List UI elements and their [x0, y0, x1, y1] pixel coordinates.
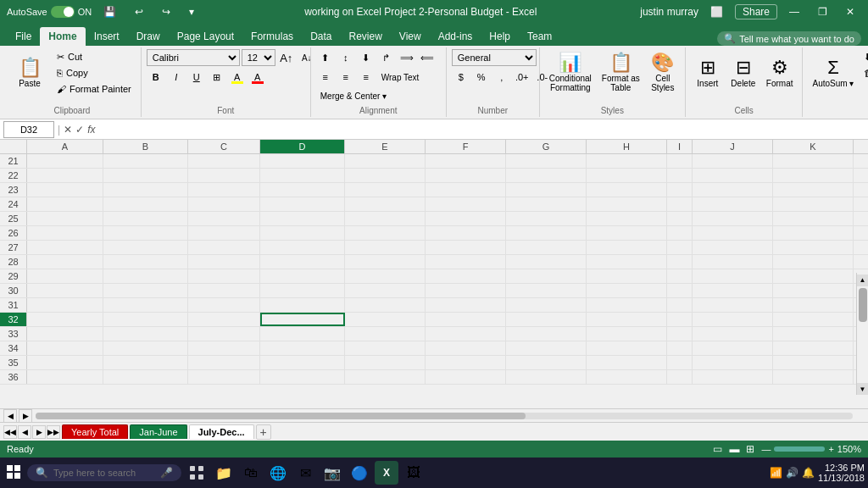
cell-k30[interactable] — [773, 284, 854, 297]
row-header-36[interactable]: 36 — [0, 370, 27, 384]
cell-b29[interactable] — [103, 269, 188, 283]
cell-h30[interactable] — [587, 284, 667, 297]
cell-a23[interactable] — [27, 183, 103, 197]
col-header-h[interactable]: H — [587, 140, 667, 153]
cell-a33[interactable] — [27, 327, 103, 341]
cell-k32[interactable] — [773, 313, 854, 326]
align-bottom-button[interactable]: ⬇ — [357, 49, 376, 66]
font-size-select[interactable]: 12 — [242, 49, 275, 66]
cell-e21[interactable] — [345, 154, 426, 168]
ribbon-search-placeholder[interactable]: Tell me what you want to do — [739, 34, 854, 44]
speaker-icon[interactable]: 🔊 — [786, 467, 798, 479]
cell-f22[interactable] — [426, 169, 506, 182]
align-right-button[interactable]: ≡ — [357, 69, 376, 86]
zoom-slider[interactable] — [774, 446, 825, 452]
cell-c24[interactable] — [188, 197, 260, 211]
page-layout-icon[interactable]: ▬ — [729, 443, 739, 455]
cell-i24[interactable] — [667, 197, 693, 211]
cell-a25[interactable] — [27, 212, 103, 225]
merge-center-button[interactable]: Merge & Center ▾ — [316, 88, 391, 103]
cell-h21[interactable] — [587, 154, 667, 168]
cell-a30[interactable] — [27, 284, 103, 297]
sheet-scroll-next[interactable]: ▶ — [32, 425, 46, 439]
align-top-button[interactable]: ⬆ — [316, 49, 335, 66]
cell-f35[interactable] — [426, 356, 506, 369]
ribbon-display-button[interactable]: ⬜ — [704, 4, 730, 19]
undo-button[interactable]: ↩ — [128, 4, 150, 19]
cell-k22[interactable] — [773, 169, 854, 182]
cell-b34[interactable] — [103, 341, 188, 355]
autosave-toggle[interactable] — [51, 6, 75, 18]
comma-button[interactable]: , — [492, 69, 511, 86]
cell-b28[interactable] — [103, 255, 188, 269]
col-header-d[interactable]: D — [260, 140, 345, 153]
camera-button[interactable]: 📷 — [320, 461, 344, 485]
cell-k24[interactable] — [773, 197, 854, 211]
task-view-button[interactable] — [185, 461, 209, 485]
notification-icon[interactable]: 🔔 — [802, 467, 815, 479]
cell-a29[interactable] — [27, 269, 103, 283]
excel-button[interactable]: X — [375, 461, 398, 485]
cell-j34[interactable] — [693, 341, 773, 355]
cell-i32[interactable] — [667, 313, 693, 326]
cell-f32[interactable] — [426, 313, 506, 326]
cell-e26[interactable] — [345, 226, 426, 240]
scroll-up-button[interactable]: ▲ — [857, 274, 868, 286]
cell-i33[interactable] — [667, 327, 693, 341]
indent-increase-button[interactable]: ⟹ — [398, 49, 416, 66]
cell-g28[interactable] — [506, 255, 587, 269]
tab-page-layout[interactable]: Page Layout — [169, 27, 242, 46]
cell-d26[interactable] — [260, 226, 345, 240]
bold-button[interactable]: B — [147, 69, 165, 86]
cell-j32[interactable] — [693, 313, 773, 326]
sheet-tab-yearly-total[interactable]: Yearly Total — [62, 424, 128, 439]
col-header-f[interactable]: F — [426, 140, 506, 153]
cell-d25[interactable] — [260, 212, 345, 225]
cell-d30[interactable] — [260, 284, 345, 297]
scroll-right-button[interactable]: ▶ — [19, 409, 32, 423]
cell-i26[interactable] — [667, 226, 693, 240]
cell-c32[interactable] — [188, 313, 260, 326]
cell-g34[interactable] — [506, 341, 587, 355]
col-header-a[interactable]: A — [27, 140, 103, 153]
cell-l27[interactable] — [854, 241, 868, 254]
col-header-b[interactable]: B — [103, 140, 188, 153]
cell-a32[interactable] — [27, 313, 103, 326]
row-header-29[interactable]: 29 — [0, 269, 27, 283]
tab-view[interactable]: View — [391, 27, 430, 46]
row-header-24[interactable]: 24 — [0, 197, 27, 211]
cell-a26[interactable] — [27, 226, 103, 240]
clear-button[interactable]: 🗑 Clear ▾ — [860, 65, 868, 80]
cell-d21[interactable] — [260, 154, 345, 168]
sheet-scroll-last[interactable]: ▶▶ — [47, 425, 60, 439]
cell-b21[interactable] — [103, 154, 188, 168]
cell-f29[interactable] — [426, 269, 506, 283]
col-header-j[interactable]: J — [693, 140, 773, 153]
col-header-e[interactable]: E — [345, 140, 426, 153]
cell-f36[interactable] — [426, 370, 506, 384]
horizontal-scrollbar-thumb[interactable] — [36, 413, 526, 419]
cell-i25[interactable] — [667, 212, 693, 225]
cell-f27[interactable] — [426, 241, 506, 254]
cell-f31[interactable] — [426, 298, 506, 312]
cell-k26[interactable] — [773, 226, 854, 240]
edge-button[interactable]: 🌐 — [266, 461, 290, 485]
cell-g22[interactable] — [506, 169, 587, 182]
customize-qat-button[interactable]: ▾ — [182, 4, 201, 19]
cell-l25[interactable] — [854, 212, 868, 225]
accounting-button[interactable]: $ — [452, 69, 470, 86]
cell-c22[interactable] — [188, 169, 260, 182]
cell-d31[interactable] — [260, 298, 345, 312]
cell-e32[interactable] — [345, 313, 426, 326]
tab-addins[interactable]: Add-ins — [430, 27, 481, 46]
redo-button[interactable]: ↪ — [155, 4, 177, 19]
cell-g21[interactable] — [506, 154, 587, 168]
enter-icon[interactable]: ✓ — [75, 124, 84, 136]
cell-l22[interactable] — [854, 169, 868, 182]
cell-g36[interactable] — [506, 370, 587, 384]
cell-e35[interactable] — [345, 356, 426, 369]
cell-c31[interactable] — [188, 298, 260, 312]
mail-button[interactable]: ✉ — [293, 461, 317, 485]
cell-i31[interactable] — [667, 298, 693, 312]
cell-f26[interactable] — [426, 226, 506, 240]
